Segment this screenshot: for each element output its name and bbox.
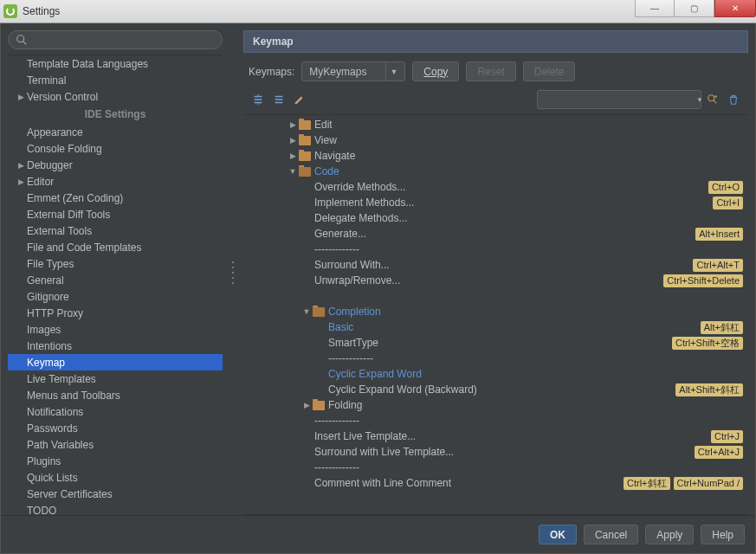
sidebar-item[interactable]: File Types xyxy=(8,255,223,272)
keymap-folder[interactable]: ▼Completion xyxy=(243,304,748,319)
keymap-action[interactable]: Implement Methods...Ctrl+I xyxy=(243,195,748,210)
trash-icon xyxy=(727,93,740,106)
keymaps-dropdown[interactable]: MyKeymaps ▼ xyxy=(301,61,405,81)
sidebar-item[interactable]: ▶Editor xyxy=(8,173,223,190)
keymaps-value: MyKeymaps xyxy=(309,66,366,78)
sidebar-item[interactable]: Gitignore xyxy=(8,288,223,305)
sidebar-item[interactable]: External Tools xyxy=(8,222,223,239)
sidebar-item[interactable]: Plugins xyxy=(8,453,223,469)
help-button[interactable]: Help xyxy=(701,525,745,544)
sidebar-item[interactable]: Images xyxy=(8,321,223,338)
sidebar-item-label: Quick Lists xyxy=(27,472,78,484)
window-minimize-button[interactable]: — xyxy=(635,0,675,17)
keymap-action[interactable]: Cyclic Expand Word xyxy=(243,366,748,382)
action-search[interactable]: ▼ xyxy=(537,90,701,109)
action-label: ------------- xyxy=(314,461,743,473)
sidebar-item[interactable]: Menus and Toolbars xyxy=(8,387,223,403)
keymap-folder[interactable]: ▶Folding xyxy=(243,397,748,413)
action-label: Cyclic Expand Word xyxy=(328,368,743,380)
keymap-action[interactable]: ------------- xyxy=(243,351,748,366)
keymap-action[interactable]: Surround with Live Template...Ctrl+Alt+J xyxy=(243,444,748,460)
expand-arrow-icon: ▶ xyxy=(287,136,299,145)
collapse-all-button[interactable] xyxy=(269,90,288,109)
keymap-action[interactable]: ------------- xyxy=(243,242,748,257)
sidebar-item[interactable]: ▶Version Control xyxy=(8,88,223,105)
sidebar-item-label: Server Certificates xyxy=(27,488,113,500)
ok-button[interactable]: OK xyxy=(539,525,577,544)
keymap-tree[interactable]: ▶Edit▶View▶Navigate▼CodeOverride Methods… xyxy=(243,114,748,515)
sidebar-item[interactable]: Path Variables xyxy=(8,436,223,453)
shortcut-badge: Ctrl+斜杠 xyxy=(624,477,670,490)
sidebar-item-label: Notifications xyxy=(27,406,83,418)
keymap-action[interactable]: Cyclic Expand Word (Backward)Alt+Shift+斜… xyxy=(243,382,748,397)
sidebar-item[interactable]: HTTP Proxy xyxy=(8,305,223,321)
sidebar-item[interactable]: File and Code Templates xyxy=(8,239,223,255)
edit-shortcut-button[interactable] xyxy=(290,90,309,109)
find-by-shortcut-button[interactable] xyxy=(703,90,722,109)
expand-all-button[interactable] xyxy=(249,90,268,109)
sidebar-item[interactable]: Live Templates xyxy=(8,370,223,387)
keymap-action[interactable]: Insert Live Template...Ctrl+J xyxy=(243,428,748,444)
keymap-action[interactable]: Generate...Alt+Insert xyxy=(243,226,748,242)
copy-button[interactable]: Copy xyxy=(412,61,459,81)
sidebar-item[interactable]: Console Folding xyxy=(8,140,223,157)
action-search-input[interactable] xyxy=(546,93,693,106)
action-label: Completion xyxy=(328,306,743,318)
apply-button[interactable]: Apply xyxy=(645,525,694,544)
keymaps-label: Keymaps: xyxy=(249,66,294,78)
cancel-button[interactable]: Cancel xyxy=(584,525,638,544)
app-icon xyxy=(3,4,17,18)
reset-button[interactable]: Reset xyxy=(466,61,515,81)
keymap-action[interactable]: ------------- xyxy=(243,413,748,428)
sidebar-item[interactable]: Notifications xyxy=(8,403,223,420)
titlebar: Settings — ▢ ✕ xyxy=(0,0,756,23)
action-label: Surround With... xyxy=(314,259,693,271)
keymap-action[interactable]: Surround With...Ctrl+Alt+T xyxy=(243,257,748,273)
keymap-folder[interactable]: ▼Code xyxy=(243,164,748,179)
keymap-folder[interactable]: ▶View xyxy=(243,132,748,148)
settings-tree[interactable]: Template Data LanguagesTerminal▶Version … xyxy=(8,55,223,515)
keymap-action[interactable]: Unwrap/Remove...Ctrl+Shift+Delete xyxy=(243,273,748,288)
sidebar-item[interactable]: Keymap xyxy=(8,354,223,370)
keymap-folder[interactable]: ▶Edit xyxy=(243,117,748,132)
sidebar-item[interactable]: Server Certificates xyxy=(8,486,223,502)
sidebar-item-label: Menus and Toolbars xyxy=(27,390,120,402)
shortcut-badge: Ctrl+J xyxy=(711,430,743,443)
keymap-action[interactable]: Delegate Methods... xyxy=(243,210,748,226)
shortcut-badge: Ctrl+Shift+Delete xyxy=(663,274,743,287)
sidebar-item[interactable]: Appearance xyxy=(8,124,223,140)
settings-search[interactable] xyxy=(8,30,223,49)
window-maximize-button[interactable]: ▢ xyxy=(675,0,714,17)
action-label: Insert Live Template... xyxy=(314,430,711,442)
keymap-action[interactable]: ------------- xyxy=(243,460,748,475)
keymap-folder[interactable]: ▶Navigate xyxy=(243,148,748,164)
settings-search-input[interactable] xyxy=(31,34,215,46)
sidebar-item[interactable]: Template Data Languages xyxy=(8,55,223,72)
keymap-action[interactable] xyxy=(243,288,748,304)
sidebar-item[interactable]: ▶Debugger xyxy=(8,157,223,173)
sidebar-item[interactable]: Intentions xyxy=(8,338,223,354)
expand-arrow-icon: ▶ xyxy=(15,93,27,101)
action-label: Surround with Live Template... xyxy=(314,446,695,458)
keymap-action[interactable]: SmartTypeCtrl+Shift+空格 xyxy=(243,335,748,351)
sidebar-item[interactable]: Passwords xyxy=(8,420,223,436)
sidebar-item[interactable]: External Diff Tools xyxy=(8,206,223,222)
keymap-action[interactable]: BasicAlt+斜杠 xyxy=(243,319,748,335)
sidebar-item[interactable]: Quick Lists xyxy=(8,469,223,486)
sidebar-item[interactable]: Emmet (Zen Coding) xyxy=(8,190,223,206)
trash-button[interactable] xyxy=(724,90,743,109)
chevron-down-icon: ▼ xyxy=(385,62,401,81)
shortcut-badge: Ctrl+I xyxy=(713,196,743,209)
sidebar-item[interactable]: TODO xyxy=(8,502,223,515)
action-label: Edit xyxy=(314,119,743,131)
shortcut-badge: Alt+Insert xyxy=(695,228,743,241)
keymap-action[interactable]: Comment with Line CommentCtrl+斜杠Ctrl+Num… xyxy=(243,475,748,491)
window-close-button[interactable]: ✕ xyxy=(714,0,756,17)
sidebar-item[interactable]: Terminal xyxy=(8,72,223,88)
keymap-action[interactable]: Override Methods...Ctrl+O xyxy=(243,179,748,195)
delete-button[interactable]: Delete xyxy=(523,61,576,81)
splitter[interactable] xyxy=(229,30,236,515)
sidebar-item[interactable]: General xyxy=(8,272,223,288)
shortcut-list: Alt+斜杠 xyxy=(701,321,743,334)
pencil-icon xyxy=(294,93,306,106)
